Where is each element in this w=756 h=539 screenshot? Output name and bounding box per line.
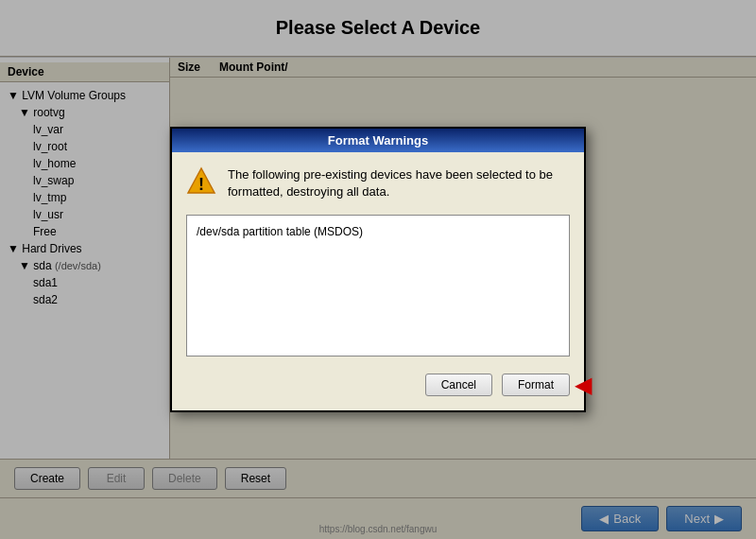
format-warnings-modal: Format Warnings ! The following pre-exis…	[170, 127, 586, 412]
svg-text:!: !	[198, 175, 204, 194]
modal-content-box: /dev/sda partition table (MSDOS)	[186, 215, 570, 356]
format-button-wrapper: Format ◀	[502, 374, 570, 396]
cancel-button[interactable]: Cancel	[425, 374, 492, 396]
warning-icon: !	[186, 166, 216, 197]
modal-titlebar: Format Warnings	[172, 129, 584, 152]
modal-overlay: Format Warnings ! The following pre-exis…	[0, 0, 756, 539]
modal-footer: Cancel Format ◀	[172, 366, 584, 410]
red-arrow-icon: ◀	[575, 372, 592, 398]
modal-warning-row: ! The following pre-existing devices hav…	[172, 152, 584, 210]
modal-warning-text: The following pre-existing devices have …	[228, 166, 570, 200]
format-button[interactable]: Format	[502, 374, 570, 396]
format-content-entry: /dev/sda partition table (MSDOS)	[197, 225, 363, 238]
